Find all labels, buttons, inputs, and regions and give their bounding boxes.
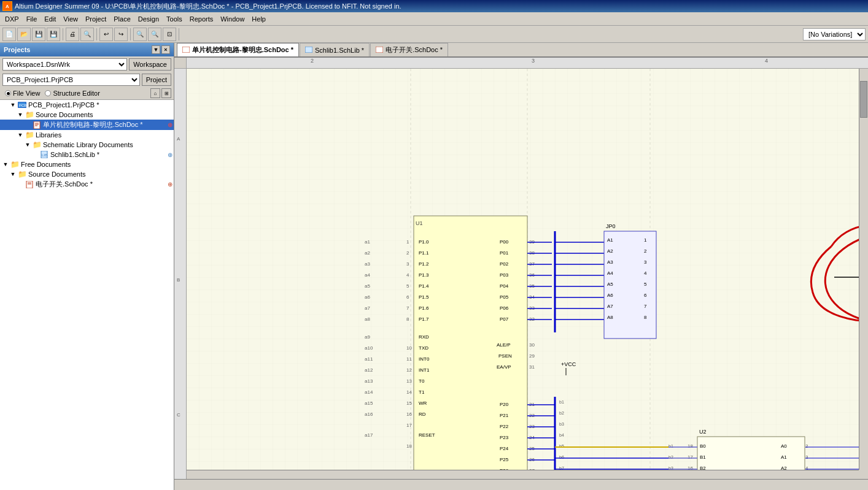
svg-text:T0: T0 xyxy=(419,378,425,384)
tree-item-source-docs-2[interactable]: ▼ 📁 Source Documents xyxy=(0,169,174,179)
schlib-modified-icon: ⊕ xyxy=(168,151,172,158)
svg-text:A8: A8 xyxy=(607,315,613,320)
svg-text:+VCC: +VCC xyxy=(561,361,576,367)
structure-view-tab[interactable]: Structure Editor xyxy=(42,89,102,98)
expand-icon[interactable]: ▼ xyxy=(9,170,17,178)
svg-text:WR: WR xyxy=(419,400,427,406)
zoom-in-btn[interactable]: 🔍 xyxy=(133,28,147,41)
svg-text:18: 18 xyxy=(688,443,693,449)
svg-text:P22: P22 xyxy=(500,424,509,429)
open-btn[interactable]: 📂 xyxy=(17,28,31,41)
variations-select[interactable]: [No Variations] xyxy=(803,28,866,40)
svg-text:17: 17 xyxy=(406,423,412,428)
svg-text:2: 2 xyxy=(805,443,808,449)
ruler-mark-b: B xyxy=(176,277,180,283)
menu-item-place[interactable]: Place xyxy=(110,14,134,24)
scrollbar-vertical[interactable] xyxy=(859,69,868,470)
tree-item-free-docs[interactable]: ▼ 📁 Free Documents xyxy=(0,159,174,169)
redo-btn[interactable]: ↪ xyxy=(114,28,128,41)
tab-switch-label: 电子开关.SchDoc * xyxy=(386,45,443,55)
svg-text:6: 6 xyxy=(644,293,647,298)
svg-text:a16: a16 xyxy=(365,412,373,417)
expand-icon[interactable]: ▼ xyxy=(16,110,25,119)
tree-item-libraries[interactable]: ▼ 📁 Libraries xyxy=(0,130,174,140)
menu-item-reports[interactable]: Reports xyxy=(186,14,217,24)
tree-item-elec-switch[interactable]: 电子开关.SchDoc * ⊕ xyxy=(0,179,174,189)
print-preview-btn[interactable]: 🔍 xyxy=(80,28,94,41)
svg-text:P1.4: P1.4 xyxy=(419,283,429,289)
expand-spacer xyxy=(23,121,32,129)
expand-icon[interactable]: ▼ xyxy=(16,131,25,139)
panel-close-btn[interactable]: × xyxy=(161,45,170,54)
schlib-icon: LIB xyxy=(39,150,49,159)
svg-text:a11: a11 xyxy=(365,356,373,362)
new-btn[interactable]: 📄 xyxy=(2,28,16,41)
tab-sch-main-label: 单片机控制电路-黎明忠.SchDoc * xyxy=(192,45,293,55)
menu-item-edit[interactable]: Edit xyxy=(41,14,60,24)
tree-item-source-docs-1[interactable]: ▼ 📁 Source Documents xyxy=(0,110,174,120)
tree-item-sch-doc[interactable]: 单片机控制电路-黎明忠.SchDoc * ⊕ xyxy=(0,120,174,130)
svg-rect-14 xyxy=(376,47,383,53)
save-all-btn[interactable]: 💾 xyxy=(47,28,60,41)
menu-item-view[interactable]: View xyxy=(60,14,82,24)
print-btn[interactable]: 🖨 xyxy=(66,28,79,41)
svg-text:11: 11 xyxy=(406,356,412,362)
menu-item-project[interactable]: Project xyxy=(82,14,110,24)
tab-sch-main[interactable]: 单片机控制电路-黎明忠.SchDoc * xyxy=(177,43,299,56)
panel-menu-btn[interactable]: ▼ xyxy=(152,45,160,54)
home-icon-btn[interactable]: ⌂ xyxy=(150,88,160,98)
expand-icon[interactable]: ▼ xyxy=(9,101,17,109)
zoom-fit-btn[interactable]: ⊡ xyxy=(163,28,176,41)
file-view-radio[interactable] xyxy=(5,90,11,96)
menu-item-design[interactable]: Design xyxy=(134,14,163,24)
svg-text:RESET: RESET xyxy=(419,432,435,438)
workspace-select[interactable]: Workspace1.DsnWrk xyxy=(2,58,127,71)
svg-text:P03: P03 xyxy=(500,272,509,278)
menu-item-tools[interactable]: Tools xyxy=(163,14,186,24)
svg-text:b1: b1 xyxy=(559,400,564,404)
tree-item-schlib-folder[interactable]: ▼ 📁 Schematic Library Documents xyxy=(0,140,174,150)
menu-item-help[interactable]: Help xyxy=(248,14,269,24)
save-btn[interactable]: 💾 xyxy=(32,28,45,41)
svg-text:P07: P07 xyxy=(500,316,509,322)
svg-text:31: 31 xyxy=(529,364,535,370)
options-icon-btn[interactable]: ⊞ xyxy=(161,88,171,98)
svg-text:b4: b4 xyxy=(559,433,564,437)
schematic-canvas: 2 3 4 A B C xyxy=(174,58,868,479)
svg-text:a13: a13 xyxy=(365,378,373,384)
project-select[interactable]: PCB_Project1.PrjPCB xyxy=(2,74,140,86)
svg-text:a4: a4 xyxy=(365,272,370,278)
structure-view-radio[interactable] xyxy=(45,90,51,96)
svg-text:P25: P25 xyxy=(500,457,509,462)
svg-text:13: 13 xyxy=(406,378,412,384)
workspace-btn[interactable]: Workspace xyxy=(129,58,171,71)
svg-text:5: 5 xyxy=(644,281,647,287)
svg-text:14: 14 xyxy=(406,389,412,395)
svg-text:B1: B1 xyxy=(700,454,706,460)
zoom-out-btn[interactable]: 🔍 xyxy=(148,28,161,41)
project-btn[interactable]: Project xyxy=(142,74,171,86)
menu-item-file[interactable]: File xyxy=(23,14,41,24)
expand-icon[interactable]: ▼ xyxy=(23,140,32,149)
undo-btn[interactable]: ↩ xyxy=(99,28,113,41)
file-view-tab[interactable]: File View xyxy=(2,89,42,98)
svg-text:U2: U2 xyxy=(699,429,707,435)
title-text: Altium Designer Summer 09 - U:\PCB\单片机控制… xyxy=(15,2,401,11)
scrollbar-horizontal[interactable] xyxy=(187,470,859,479)
tree-item-schlib[interactable]: LIB Schlib1.SchLib * ⊕ xyxy=(0,150,174,159)
svg-text:8: 8 xyxy=(406,316,409,322)
ruler-corner xyxy=(174,58,187,69)
scrollbar-thumb-v[interactable] xyxy=(860,81,867,118)
svg-text:P23: P23 xyxy=(500,435,509,440)
expand-icon[interactable]: ▼ xyxy=(1,160,10,169)
tree-item-pcb-project[interactable]: ▼ PCB PCB_Project1.PrjPCB * xyxy=(0,100,174,110)
tab-switch[interactable]: 电子开关.SchDoc * xyxy=(370,43,448,56)
svg-text:29: 29 xyxy=(529,353,535,359)
svg-text:T1: T1 xyxy=(419,389,425,395)
svg-text:U1: U1 xyxy=(416,220,423,226)
menu-item-window[interactable]: Window xyxy=(217,14,248,24)
svg-text:A6: A6 xyxy=(607,293,613,298)
svg-text:12: 12 xyxy=(406,367,412,373)
tab-schlib[interactable]: Schlib1.SchLib * xyxy=(300,43,370,56)
menu-item-dxp[interactable]: DXP xyxy=(1,14,23,24)
